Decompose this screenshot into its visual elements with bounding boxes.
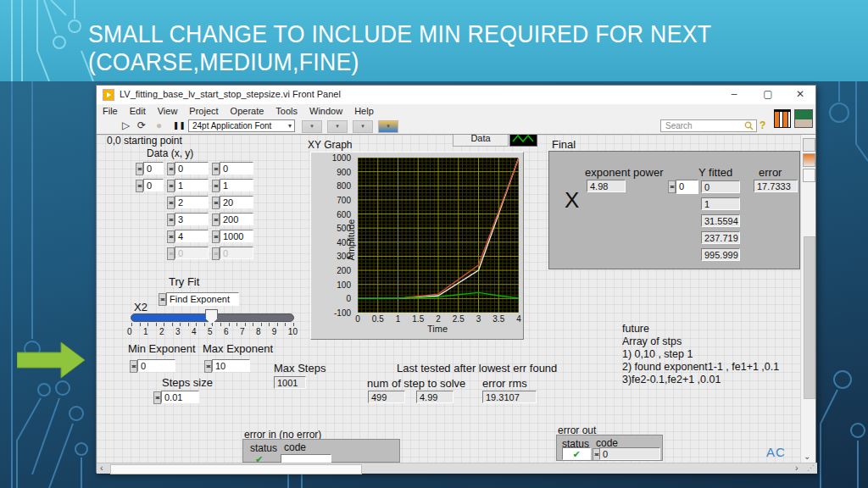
check-icon: ✔: [572, 449, 580, 459]
window-titlebar[interactable]: LV_fitting_base_lv_start_stop_stepsize.v…: [97, 86, 815, 105]
menu-operate[interactable]: Operate: [225, 106, 270, 116]
x-item-spinner[interactable]: [167, 180, 175, 192]
green-arrow: [17, 341, 86, 381]
reorder-icon[interactable]: ▾: [378, 120, 398, 133]
author-watermark: AC: [766, 445, 786, 459]
run-continuous-icon[interactable]: ⟳: [137, 119, 146, 132]
num-steps-label: num of step to solve: [367, 377, 465, 390]
vi-icon-editor[interactable]: [794, 109, 813, 128]
x-item-spinner[interactable]: [167, 197, 175, 209]
x-tick-label: 2: [436, 314, 441, 324]
y-item-spinner: [212, 247, 220, 260]
error-in-status-check-icon[interactable]: ✔: [255, 454, 263, 463]
x-array-item[interactable]: 4: [175, 230, 209, 242]
x-array-item[interactable]: 0: [175, 162, 209, 175]
yfitted-index-spinner[interactable]: [668, 180, 676, 193]
menu-edit[interactable]: Edit: [124, 106, 152, 116]
y-index-field[interactable]: 0: [143, 179, 164, 191]
pause-icon[interactable]: ❚❚: [173, 119, 186, 132]
y-array-item[interactable]: 1000: [220, 230, 253, 242]
scroll-right-icon[interactable]: ›: [795, 463, 798, 473]
yfitted-index-field[interactable]: 0: [676, 180, 698, 194]
maximize-button[interactable]: ▢: [755, 86, 781, 103]
horizontal-scrollbar[interactable]: ‹ › ⋰: [97, 463, 817, 474]
y-array-item[interactable]: 200: [220, 213, 253, 225]
tools-palette-fragment: [803, 153, 815, 167]
future-note: future Array of stps 1) 0,10 , step 1 2)…: [622, 323, 779, 386]
error-out-status-indicator: ✔: [562, 447, 591, 460]
menu-window[interactable]: Window: [303, 106, 348, 116]
scroll-down-icon[interactable]: ⌄: [804, 452, 810, 461]
y-item-spinner[interactable]: [212, 214, 220, 226]
distribute-objects-icon[interactable]: ▾: [327, 120, 348, 133]
y-item-spinner[interactable]: [212, 230, 220, 243]
x-array-item[interactable]: 1: [175, 179, 209, 191]
y-item-spinner[interactable]: [212, 197, 220, 209]
future-line: future: [622, 323, 779, 336]
y-item-spinner[interactable]: [212, 163, 220, 175]
y-array-item[interactable]: 1: [220, 179, 253, 191]
error-in-code-field[interactable]: [281, 454, 331, 463]
legend-label[interactable]: Data: [453, 135, 509, 147]
close-button[interactable]: ✕: [787, 86, 813, 103]
slide-title: SMALL CHANGE TO INCLUDE MIN REQUIRED FOR…: [88, 20, 711, 76]
y-item-spinner[interactable]: [212, 180, 220, 192]
try-fit-mode[interactable]: Find Exponent: [166, 292, 239, 306]
max-exponent-spinner[interactable]: [204, 360, 212, 373]
max-exponent-field[interactable]: 10: [212, 359, 250, 372]
window-title: LV_fitting_base_lv_start_stop_stepsize.v…: [120, 89, 341, 99]
data-array-label: Data (x, y): [147, 147, 193, 159]
abort-icon[interactable]: ●: [156, 119, 162, 132]
menu-tools[interactable]: Tools: [270, 106, 303, 116]
legend-plot-icon[interactable]: [509, 135, 537, 147]
x-index-field[interactable]: 0: [143, 162, 164, 175]
y-fitted-item: 237.719: [701, 231, 740, 244]
connector-pane-icon[interactable]: [774, 109, 791, 128]
resize-grip-icon[interactable]: ⋰: [807, 463, 815, 472]
slider-ticks: [131, 323, 294, 326]
hscroll-thumb[interactable]: [110, 464, 362, 474]
vscroll-thumb[interactable]: [804, 236, 815, 399]
tools-palette-fragment: [803, 138, 815, 152]
menu-help[interactable]: Help: [348, 106, 380, 116]
error-in-code-label: code: [284, 441, 306, 453]
steps-size-field[interactable]: 0.01: [161, 391, 199, 403]
x-array-item[interactable]: 3: [175, 213, 209, 225]
search-input[interactable]: Search: [660, 119, 757, 132]
exponent-power-label: exponent power: [585, 166, 664, 179]
try-fit-spinner[interactable]: [159, 293, 166, 306]
y-array-item[interactable]: 20: [220, 196, 253, 208]
font-selector[interactable]: 24pt Application Font ▾: [188, 119, 295, 132]
min-exponent-field[interactable]: 0: [137, 359, 175, 372]
vertical-scrollbar[interactable]: ⌄: [800, 135, 815, 463]
minimize-button[interactable]: –: [721, 86, 747, 103]
font-selector-value: 24pt Application Font: [192, 121, 271, 130]
x-item-spinner: [167, 247, 175, 260]
help-icon[interactable]: ?: [760, 119, 765, 131]
x-array-item[interactable]: 2: [175, 196, 209, 208]
min-exponent-spinner[interactable]: [130, 360, 137, 373]
y-index-spinner[interactable]: [136, 180, 143, 192]
x-axis-label: Time: [427, 324, 448, 334]
future-line: Array of stps: [622, 336, 779, 348]
scale-0: 0: [127, 327, 132, 336]
menu-file[interactable]: File: [97, 106, 124, 116]
run-icon[interactable]: ▷: [122, 119, 130, 132]
x-item-spinner[interactable]: [167, 163, 175, 175]
scroll-left-icon[interactable]: ‹: [100, 463, 103, 473]
steps-size-spinner[interactable]: [153, 391, 161, 404]
scale-2: 2: [159, 327, 164, 336]
x-item-spinner[interactable]: [167, 214, 175, 226]
slide-title-line1: SMALL CHANGE TO INCLUDE MIN REQUIRED FOR…: [88, 20, 711, 48]
align-objects-icon[interactable]: ▾: [302, 120, 322, 133]
menu-view[interactable]: View: [152, 106, 184, 116]
x-tick-label: 2.5: [453, 314, 465, 324]
menu-project[interactable]: Project: [183, 106, 224, 116]
future-line: 1) 0,10 , step 1: [622, 348, 779, 361]
y-array-item[interactable]: 0: [220, 162, 253, 175]
x-item-spinner[interactable]: [167, 230, 175, 243]
y-fitted-label: Y fitted: [698, 166, 732, 179]
error-out-code-value: 0: [599, 447, 660, 460]
x-index-spinner[interactable]: [136, 163, 143, 175]
resize-objects-icon[interactable]: ▾: [353, 120, 373, 133]
